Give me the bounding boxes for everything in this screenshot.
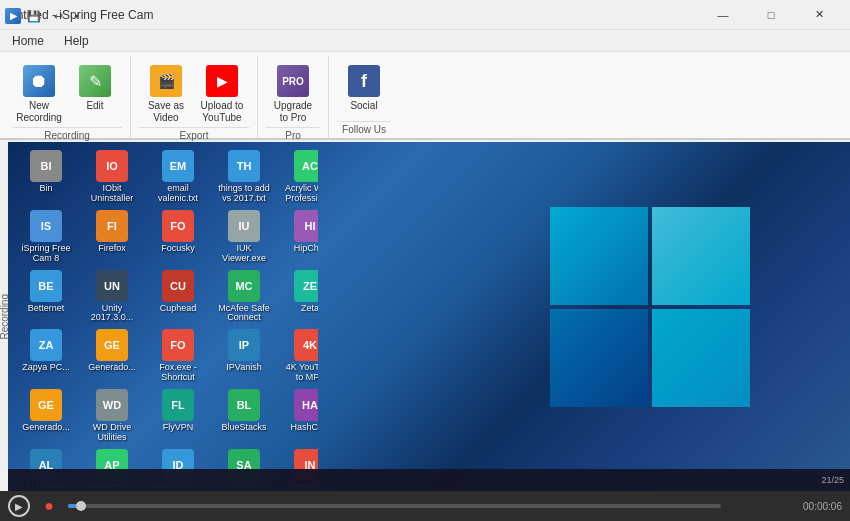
desktop-icon-0[interactable]: BIBin [16, 150, 76, 204]
new-recording-button[interactable]: ⏺ NewRecording [12, 60, 66, 127]
menu-home[interactable]: Home [2, 30, 54, 52]
upload-youtube-button[interactable]: ▶ Upload toYouTube [195, 60, 249, 127]
desktop-icon-15[interactable]: ZAZapya PC... [16, 329, 76, 383]
title-bar-left: ▶ 💾 ↩ ▾ Untitled - iSpring Free Cam [8, 8, 153, 22]
windows-logo-grid [550, 207, 750, 407]
edit-pencil-icon: ✎ [79, 65, 111, 97]
desktop-icon-label-20: Generado... [22, 423, 70, 433]
desktop-icon-image-12: CU [162, 270, 194, 302]
quick-save-button[interactable]: 💾 [23, 5, 45, 27]
desktop-icon-image-7: FO [162, 210, 194, 242]
desktop-icon-4[interactable]: ACAcrylic Wi-Fi Professional [280, 150, 318, 204]
desktop-icon-21[interactable]: WDWD Drive Utilities [82, 389, 142, 443]
desktop-icon-image-15: ZA [30, 329, 62, 361]
desktop-icon-6[interactable]: FIFirefox [82, 210, 142, 264]
save-video-icon: 🎬 [150, 65, 182, 97]
desktop-icon-9[interactable]: HIHipChat [280, 210, 318, 264]
desktop-icon-8[interactable]: IUIUK Viewer.exe [214, 210, 274, 264]
desktop-icon-3[interactable]: THthings to add vs 2017.txt [214, 150, 274, 204]
progress-bar[interactable] [68, 504, 721, 508]
bottom-controls-bar: ▶ ● 00:00:06 [0, 491, 850, 521]
recording-sidebar-label: Recording [0, 142, 8, 491]
edit-button[interactable]: ✎ Edit [68, 60, 122, 120]
ribbon-buttons-recording: ⏺ NewRecording ✎ Edit [12, 56, 122, 127]
desktop-icon-image-22: FL [162, 389, 194, 421]
save-as-video-button[interactable]: 🎬 Save asVideo [139, 60, 193, 127]
desktop-icon-7[interactable]: FOFocusky [148, 210, 208, 264]
desktop-icon-image-5: IS [30, 210, 62, 242]
facebook-icon: f [348, 65, 380, 97]
desktop-icon-11[interactable]: UNUnity 2017.3.0... [82, 270, 142, 324]
time-counter: 00:00:06 [772, 501, 842, 512]
windows-logo [550, 207, 770, 427]
desktop-icon-image-0: BI [30, 150, 62, 182]
desktop-icon-2[interactable]: EMemail valenic.txt [148, 150, 208, 204]
desktop-icon-1[interactable]: IOIObit Uninstaller [82, 150, 142, 204]
desktop-icon-image-19: 4K [294, 329, 318, 361]
progress-handle[interactable] [76, 501, 86, 511]
desktop-icon-14[interactable]: ZEZeta [280, 270, 318, 324]
desktop-icon-image-18: IP [228, 329, 260, 361]
ribbon-buttons-export: 🎬 Save asVideo ▶ Upload toYouTube [139, 56, 249, 127]
new-recording-label: NewRecording [16, 100, 62, 124]
desktop-icon-image-9: HI [294, 210, 318, 242]
desktop-icon-10[interactable]: BEBetternet [16, 270, 76, 324]
desktop-icon-image-6: FI [96, 210, 128, 242]
desktop-icon-23[interactable]: BLBlueStacks [214, 389, 274, 443]
pro-badge-icon: PRO [277, 65, 309, 97]
desktop-icon-12[interactable]: CUCuphead [148, 270, 208, 324]
desktop-icon-image-20: GE [30, 389, 62, 421]
save-film-icon: 🎬 [150, 65, 182, 97]
desktop-icon-image-1: IO [96, 150, 128, 182]
desktop-icon-20[interactable]: GEGenerado... [16, 389, 76, 443]
desktop-icon-label-18: IPVanish [226, 363, 261, 373]
maximize-button[interactable]: □ [748, 0, 794, 30]
desktop-icon-label-16: Generado... [88, 363, 136, 373]
desktop-icon-17[interactable]: FOFox.exe - Shortcut [148, 329, 208, 383]
desktop-icon-label-19: 4K YouTube to MP3 [283, 363, 318, 383]
desktop-icon-24[interactable]: HAHashCalc [280, 389, 318, 443]
social-button[interactable]: f Social [337, 60, 391, 120]
desktop-icon-label-15: Zapya PC... [22, 363, 70, 373]
desktop-icon-label-14: Zeta [301, 304, 318, 314]
window-controls: — □ ✕ [700, 0, 842, 30]
desktop-icon-image-4: AC [294, 150, 318, 182]
desktop-icon-image-11: UN [96, 270, 128, 302]
social-icon: f [348, 65, 380, 97]
desktop-icon-image-13: MC [228, 270, 260, 302]
edit-icon: ✎ [79, 65, 111, 97]
close-button[interactable]: ✕ [796, 0, 842, 30]
youtube-play-icon: ▶ [206, 65, 238, 97]
desktop-icon-label-5: iSpring Free Cam 8 [19, 244, 73, 264]
menu-help[interactable]: Help [54, 30, 99, 52]
minimize-button[interactable]: — [700, 0, 746, 30]
desktop-icon-5[interactable]: ISiSpring Free Cam 8 [16, 210, 76, 264]
quick-access-dropdown[interactable]: ▾ [71, 5, 83, 27]
desktop-icon-image-24: HA [294, 389, 318, 421]
play-icon: ▶ [15, 501, 23, 512]
desktop-background: BIBinIOIObit UninstallerEMemail valenic.… [8, 142, 850, 491]
desktop-icon-image-2: EM [162, 150, 194, 182]
ribbon-buttons-follow: f Social [337, 56, 391, 121]
desktop-icon-label-13: McAfee Safe Connect [217, 304, 271, 324]
desktop-icon-label-24: HashCalc [290, 423, 318, 433]
desktop-icon-18[interactable]: IPIPVanish [214, 329, 274, 383]
desktop-icon-grid: BIBinIOIObit UninstallerEMemail valenic.… [8, 142, 318, 491]
desktop-icon-19[interactable]: 4K4K YouTube to MP3 [280, 329, 318, 383]
desktop-icon-label-4: Acrylic Wi-Fi Professional [283, 184, 318, 204]
desktop-icon-label-9: HipChat [294, 244, 318, 254]
ribbon-group-follow: f Social Follow Us [329, 56, 399, 138]
record-dot-icon: ● [44, 497, 54, 515]
desktop-icon-label-2: email valenic.txt [151, 184, 205, 204]
ribbon-group-pro: PRO Upgradeto Pro Pro [258, 56, 329, 138]
quick-undo-button[interactable]: ↩ [47, 5, 69, 27]
desktop-icon-22[interactable]: FLFlyVPN [148, 389, 208, 443]
play-button[interactable]: ▶ [8, 495, 30, 517]
record-indicator-button[interactable]: ● [38, 495, 60, 517]
ribbon-group-recording: ⏺ NewRecording ✎ Edit Recording [4, 56, 131, 138]
desktop-icon-label-22: FlyVPN [163, 423, 194, 433]
desktop-icon-16[interactable]: GEGenerado... [82, 329, 142, 383]
desktop-icon-label-6: Firefox [98, 244, 126, 254]
upgrade-pro-button[interactable]: PRO Upgradeto Pro [266, 60, 320, 127]
desktop-icon-13[interactable]: MCMcAfee Safe Connect [214, 270, 274, 324]
